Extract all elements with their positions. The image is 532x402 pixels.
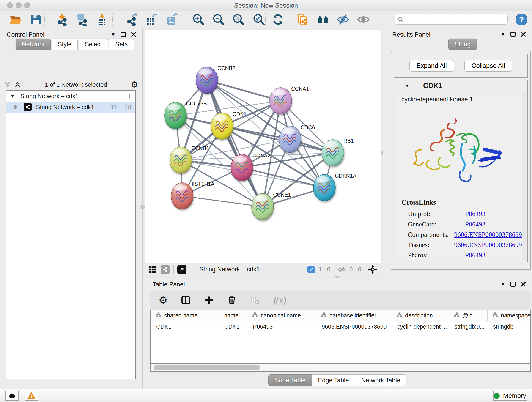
network-node-rb1[interactable]: RB1 [322,138,354,166]
cloud-status-button[interactable] [5,391,19,401]
table-cell[interactable]: cyclin-dependent ... [392,321,449,332]
table-row[interactable]: CDK1CDK1P064939606.ENSP00000378699cyclin… [151,321,530,332]
network-node-ccnb2[interactable]: CCNB2 [196,65,235,94]
memory-button[interactable]: Memory [493,391,527,401]
table-cell[interactable]: 9606.ENSP00000378699 [316,321,392,332]
refresh-network-icon[interactable] [272,13,284,26]
import-network-file-icon[interactable] [56,13,69,26]
warning-status-button[interactable] [25,391,38,401]
duplicate-network-icon[interactable] [297,13,309,26]
column-header-database-identifier[interactable]: database identifier [316,310,392,321]
crosslink-link[interactable]: P06493 [465,220,486,228]
open-session-icon[interactable] [9,13,22,26]
network-node-cdc6[interactable]: CDC6 [279,124,315,153]
left-splitter-handle[interactable] [140,205,145,209]
table-horizontal-scrollbar[interactable] [150,364,531,371]
export-network-icon[interactable] [126,13,139,26]
table-cell[interactable]: stringdb [488,321,531,332]
entry-expanded-caret-icon[interactable]: ▼ [405,83,409,89]
table-panel-collapse-icon[interactable]: ▼ [500,281,505,287]
results-panel-close-icon[interactable] [520,32,526,37]
zoom-out-icon[interactable] [212,13,225,26]
network-share-icon[interactable] [161,265,170,274]
tab-sets[interactable]: Sets [109,38,134,50]
help-button[interactable]: ? [515,13,527,26]
export-table-icon[interactable] [146,13,158,26]
search-input[interactable] [395,14,508,25]
column-mapping-icon [321,312,327,319]
tree-expanded-caret-icon[interactable]: ▼ [10,94,15,99]
table-cell[interactable]: CDK1 [211,321,247,332]
network-tree-root-row[interactable]: ▼ String Network – cdk1 1 [6,90,135,102]
first-neighbors-icon[interactable] [317,13,330,26]
crosslink-link[interactable]: P06493 [465,251,486,259]
crosslink-row: Compartments:9606.ENSP00000378699 [401,230,522,240]
crosslink-link[interactable]: P06493 [465,210,486,218]
crosslink-row: GeneCard:P06493 [401,219,522,230]
column-header-shared-name[interactable]: shared name [151,310,211,321]
control-panel-float-icon[interactable] [121,32,126,37]
zoom-fit-icon[interactable] [232,13,245,26]
crosslink-link[interactable]: 9606.ENSP00000378699 [454,231,522,238]
node-result-header[interactable]: ▼ CDK1 [394,80,527,91]
save-session-icon[interactable] [30,13,43,26]
expand-all-button[interactable]: Expand All [409,60,454,71]
tab-string[interactable]: String [448,38,477,50]
network-canvas[interactable]: CCNB2CCNA1CDC25BCDK1CDC6RB1CCNB1CCNA2CDK… [145,30,381,263]
tab-network[interactable]: Network [16,38,51,50]
results-panel-float-icon[interactable] [510,32,515,37]
table-cell[interactable]: CDK1 [151,321,211,332]
tab-select[interactable]: Select [79,38,108,50]
selected-nodes-edges-count: 1 - 0 [318,266,330,273]
results-vertical-scrollbar[interactable] [523,92,526,260]
column-header-description[interactable]: description [392,310,449,321]
control-panel-close-icon[interactable] [131,32,136,37]
table-panel-float-icon[interactable] [510,282,515,287]
open-in-window-icon[interactable] [177,265,186,274]
column-header-canonical-name[interactable]: canonical name [247,310,316,321]
control-panel-collapse-icon[interactable]: ▼ [111,32,116,37]
tab-style[interactable]: Style [51,38,78,50]
table-cell[interactable]: P06493 [247,321,316,332]
table-header-row: shared namenamecanonical namedatabase id… [151,310,530,321]
network-node-cdk1[interactable]: CDK1 [211,111,247,139]
column-header--id[interactable]: @id [449,310,488,321]
create-column-icon[interactable] [204,295,214,305]
network-options-gear-icon[interactable]: ⚙ [131,80,138,89]
birdseye-grid-icon[interactable] [148,265,157,274]
collapse-all-button[interactable]: Collapse All [464,60,512,71]
hide-selection-icon[interactable] [336,13,349,26]
zoom-selected-icon[interactable] [253,13,265,26]
warning-icon [27,392,36,400]
crosslink-row: Pharos:P06493 [401,250,522,260]
tab-edge-table[interactable]: Edge Table [312,375,355,386]
network-tree-child-row[interactable]: String Network – cdk1 11 48 [6,102,135,113]
collapse-all-tree-icon[interactable] [14,81,21,88]
main-toolbar: ? [0,11,532,28]
column-header-name[interactable]: name [211,310,247,321]
import-table-file-icon[interactable] [96,13,109,26]
table-cell[interactable]: stringdb:9... [449,321,488,332]
table-panel-close-icon[interactable] [520,281,526,287]
fit-selected-crosshair-icon[interactable] [368,264,378,274]
network-node-hist1h1a[interactable]: HIST1H1A [171,181,215,209]
node-table: shared namenamecanonical namedatabase id… [150,310,531,364]
show-all-icon[interactable] [357,13,370,26]
selected-checkbox-icon[interactable] [307,266,315,273]
delete-column-icon[interactable] [227,295,237,305]
show-columns-icon[interactable] [181,295,191,305]
network-node-cdkn1a[interactable]: CDKN1A [313,173,356,201]
network-edge[interactable] [182,196,263,207]
expand-all-tree-icon[interactable] [4,81,11,88]
crosslink-link[interactable]: 9606.ENSP00000378699 [454,241,522,249]
tab-node-table[interactable]: Node Table [268,375,312,386]
import-network-database-icon[interactable] [75,13,88,26]
tab-network-table[interactable]: Network Table [355,375,407,386]
table-options-gear-icon[interactable]: ⚙ [158,295,167,305]
network-node-ccne1[interactable]: CCNE1 [252,192,291,220]
results-panel-collapse-icon[interactable]: ▼ [500,32,505,37]
zoom-in-icon[interactable] [192,13,205,26]
scrollbar-thumb[interactable] [153,365,260,370]
control-panel: Control Panel ▼ Network Style Select Set… [0,28,143,389]
column-header-namespace[interactable]: namespace [488,310,531,321]
